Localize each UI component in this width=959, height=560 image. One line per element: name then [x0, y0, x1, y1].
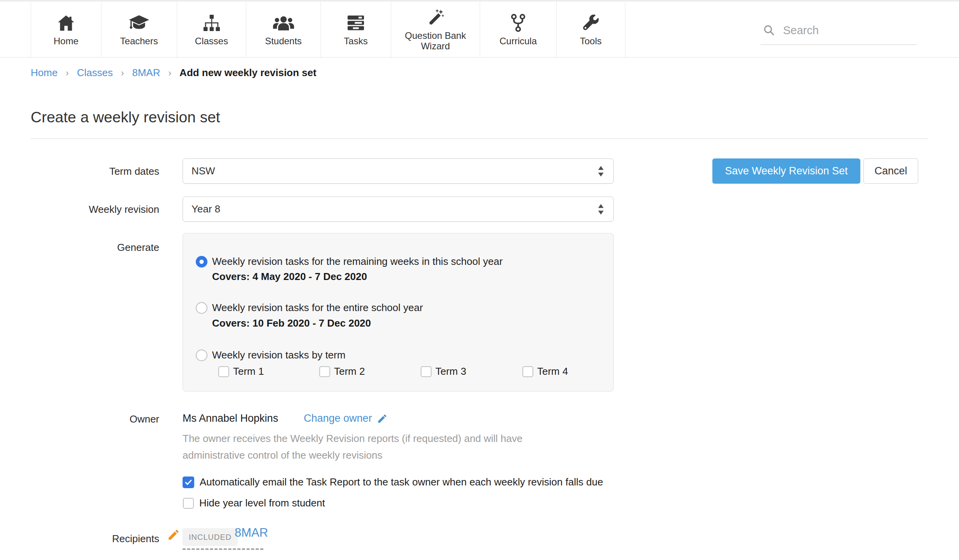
select-stepper-icon — [598, 166, 604, 176]
covers-remaining-weeks: Covers: 4 May 2020 - 7 Dec 2020 — [212, 271, 367, 283]
nav-tab-classes[interactable]: Classes — [177, 2, 246, 57]
auto-email-checkbox[interactable] — [183, 477, 194, 488]
owner-name: Ms Annabel Hopkins — [183, 412, 278, 424]
generate-options-panel: Weekly revision tasks for the remaining … — [183, 233, 614, 391]
nav-tab-students[interactable]: Students — [246, 2, 320, 57]
term-4-checkbox[interactable] — [522, 366, 533, 377]
term-3-label: Term 3 — [435, 365, 466, 377]
breadcrumb-separator: › — [66, 68, 69, 78]
term-1-label: Term 1 — [233, 365, 264, 377]
save-weekly-revision-set-button[interactable]: Save Weekly Revision Set — [712, 158, 860, 184]
term-2-checkbox[interactable] — [319, 366, 330, 377]
graduation-cap-icon — [128, 13, 150, 33]
term-2-option: Term 2 — [319, 365, 365, 377]
title-divider — [31, 138, 928, 139]
generate-label: Generate — [31, 242, 159, 254]
term-1-option: Term 1 — [218, 365, 264, 377]
auto-email-option: Automatically email the Task Report to t… — [183, 476, 603, 488]
nav-tab-tools[interactable]: Tools — [556, 2, 625, 57]
recipient-class-link[interactable]: 8MAR — [235, 526, 268, 540]
nav-tab-tasks[interactable]: Tasks — [320, 2, 391, 57]
search-icon — [763, 24, 775, 37]
radio-remaining-weeks[interactable] — [196, 256, 207, 268]
recipients-dashed-underline — [183, 548, 263, 550]
breadcrumb-classes[interactable]: Classes — [77, 67, 113, 79]
nav-tab-label: Question Bank Wizard — [391, 30, 480, 51]
main-navbar: Home Teachers Classes Students Tasks — [0, 2, 959, 57]
covers-entire-year: Covers: 10 Feb 2020 - 7 Dec 2020 — [212, 317, 371, 329]
radio-by-term[interactable] — [196, 350, 207, 361]
breadcrumb-current: Add new weekly revision set — [179, 67, 317, 79]
nav-tab-label: Teachers — [117, 36, 161, 46]
hide-year-level-checkbox[interactable] — [183, 498, 194, 509]
edit-recipients-pencil-icon[interactable] — [167, 528, 180, 543]
nav-tabs: Home Teachers Classes Students Tasks — [31, 2, 625, 57]
nav-tab-label: Tasks — [341, 36, 371, 46]
nav-tab-teachers[interactable]: Teachers — [101, 2, 177, 57]
radio-remaining-weeks-label: Weekly revision tasks for the remaining … — [212, 256, 503, 268]
radio-by-term-label: Weekly revision tasks by term — [212, 349, 345, 361]
radio-entire-year[interactable] — [196, 302, 207, 314]
users-icon — [272, 13, 295, 33]
term-dates-select[interactable]: NSW — [183, 158, 614, 184]
change-owner-link[interactable]: Change owner — [304, 412, 388, 424]
breadcrumb-8mar[interactable]: 8MAR — [132, 67, 160, 79]
weekly-revision-label: Weekly revision — [31, 203, 159, 216]
sitemap-icon — [203, 13, 221, 33]
breadcrumb: Home › Classes › 8MAR › Add new weekly r… — [31, 67, 317, 79]
home-icon — [57, 13, 75, 33]
owner-label: Owner — [31, 413, 159, 425]
breadcrumb-separator: › — [121, 68, 124, 78]
tasks-icon — [347, 13, 365, 33]
magic-wand-icon — [426, 7, 445, 28]
owner-description: The owner receives the Weekly Revision r… — [183, 430, 575, 464]
nav-tab-home[interactable]: Home — [31, 2, 101, 57]
code-fork-icon — [510, 13, 526, 33]
cancel-button[interactable]: Cancel — [863, 158, 918, 184]
nav-tab-curricula[interactable]: Curricula — [480, 2, 556, 57]
nav-tab-label: Home — [50, 36, 82, 46]
breadcrumb-separator: › — [168, 68, 171, 78]
term-3-option: Term 3 — [421, 365, 466, 377]
term-4-label: Term 4 — [537, 365, 568, 377]
term-dates-label: Term dates — [31, 165, 159, 177]
nav-tab-question-bank-wizard[interactable]: Question Bank Wizard — [391, 2, 480, 57]
page-title: Create a weekly revision set — [31, 109, 220, 126]
pencil-icon — [377, 413, 388, 424]
weekly-revision-selected-value: Year 8 — [191, 203, 220, 215]
term-4-option: Term 4 — [522, 365, 568, 377]
search-input[interactable] — [782, 24, 908, 37]
weekly-revision-select[interactable]: Year 8 — [183, 197, 614, 222]
included-badge: INCLUDED — [183, 528, 238, 546]
breadcrumb-home[interactable]: Home — [31, 67, 57, 79]
nav-tab-label: Students — [262, 36, 305, 46]
hide-year-level-label: Hide year level from student — [199, 497, 325, 509]
change-owner-label: Change owner — [304, 412, 372, 424]
term-3-checkbox[interactable] — [421, 366, 432, 377]
radio-entire-year-label: Weekly revision tasks for the entire sch… — [212, 302, 423, 314]
wrench-icon — [582, 13, 600, 33]
auto-email-label: Automatically email the Task Report to t… — [200, 476, 603, 488]
nav-tab-label: Tools — [577, 36, 605, 46]
nav-tab-label: Curricula — [496, 36, 540, 46]
term-dates-selected-value: NSW — [191, 165, 215, 177]
nav-tab-label: Classes — [192, 36, 231, 46]
term-2-label: Term 2 — [334, 365, 365, 377]
term-1-checkbox[interactable] — [218, 366, 229, 377]
recipients-label: Recipients — [31, 533, 159, 545]
hide-year-level-option: Hide year level from student — [183, 497, 325, 509]
select-stepper-icon — [598, 204, 604, 214]
search-box — [761, 16, 917, 45]
